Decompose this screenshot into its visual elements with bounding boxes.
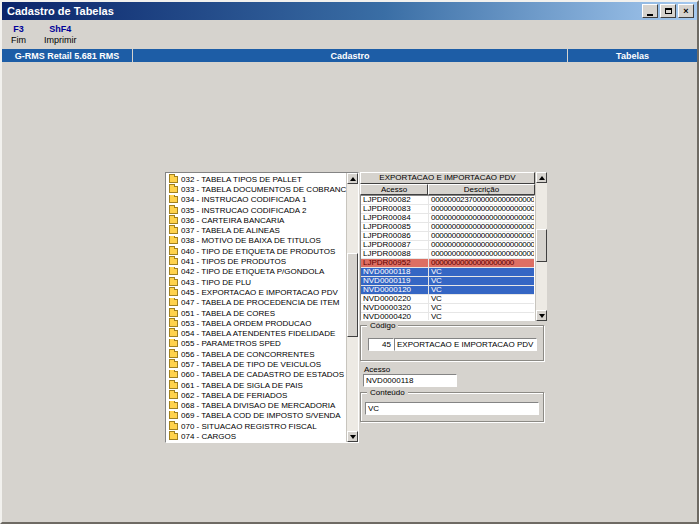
- maximize-button[interactable]: [660, 4, 676, 18]
- minimize-icon: [647, 14, 653, 16]
- grid-title: EXPORTACAO E IMPORTACAO PDV: [360, 172, 535, 184]
- grid-row[interactable]: LJPDR00083000000000000000000000000000000…: [361, 205, 534, 214]
- tree-item[interactable]: 057 - TABELA DE TIPO DE VEICULOS: [166, 359, 346, 369]
- grid-scroll-down-button[interactable]: [536, 310, 547, 321]
- grid-cell-acesso: NVD0000420: [361, 313, 429, 321]
- scroll-down-icon: [539, 314, 545, 318]
- acesso-field[interactable]: NVD0000118: [363, 374, 457, 387]
- grid-scroll-up-button[interactable]: [536, 172, 547, 183]
- grid-header-acesso[interactable]: Acesso: [360, 184, 428, 195]
- grid-row[interactable]: NVD0000420VC: [361, 313, 534, 321]
- grid-cell-acesso: LJPDR00082: [361, 196, 429, 204]
- folder-icon: [169, 320, 178, 327]
- tree-item[interactable]: 074 - CARGOS: [166, 431, 346, 441]
- tree-item-label: 041 - TIPOS DE PRODUTOS: [181, 257, 286, 266]
- tree-item-label: 043 - TIPO DE PLU: [181, 278, 251, 287]
- tree-item-label: 070 - SITUACAO REGISTRO FISCAL: [181, 422, 317, 431]
- grid-cell-acesso: NVD0000119: [361, 277, 429, 285]
- grid-row[interactable]: NVD0000320VC: [361, 304, 534, 313]
- grid-cell-acesso: LJPDR00952: [361, 259, 429, 267]
- tree-item[interactable]: 033 - TABELA DOCUMENTOS DE COBRANCA: [166, 184, 346, 194]
- tree-scroll-track[interactable]: [347, 184, 358, 431]
- tree-item[interactable]: 042 - TIPO DE ETIQUETA P/GONDOLA: [166, 267, 346, 277]
- tree-item-label: 060 - TABELA DE CADASTRO DE ESTADOS: [181, 370, 344, 379]
- codigo-description-field[interactable]: EXPORTACAO E IMPORTACAO PDV: [394, 338, 537, 351]
- grid-row[interactable]: LJPDR00084000000000000000000000000000000…: [361, 214, 534, 223]
- grid-row[interactable]: LJPDR00086000000000000000000000000000000…: [361, 232, 534, 241]
- tree-item[interactable]: 054 - TABELA ATENDENTES FIDELIDADE: [166, 328, 346, 338]
- grid-cell-descricao: VC: [429, 295, 534, 303]
- tree-scroll-down-button[interactable]: [347, 431, 358, 442]
- tree-item[interactable]: 069 - TABELA COD DE IMPOSTO S/VENDA: [166, 411, 346, 421]
- tree-item-label: 040 - TIPO DE ETIQUETA DE PRODUTOS: [181, 247, 335, 256]
- tree-item[interactable]: 055 - PARAMETROS SPED: [166, 339, 346, 349]
- tree-item[interactable]: 043 - TIPO DE PLU: [166, 277, 346, 287]
- folder-icon: [169, 268, 178, 275]
- grid-cell-acesso: LJPDR00083: [361, 205, 429, 213]
- conteudo-group: Conteúdo VC: [360, 392, 544, 422]
- grid-cell-descricao: 00000000000000000000: [429, 259, 534, 267]
- title-bar[interactable]: Cadastro de Tabelas ×: [2, 2, 697, 20]
- tree-item[interactable]: 056 - TABELA DE CONCORRENTES: [166, 349, 346, 359]
- tree-item[interactable]: 051 - TABELA DE CORES: [166, 308, 346, 318]
- grid-row[interactable]: LJPDR00088000000000000000000000000000000…: [361, 250, 534, 259]
- tree-item-label: 035 - INSTRUCAO CODIFICADA 2: [181, 206, 306, 215]
- table-tree-list: 032 - TABELA TIPOS DE PALLET033 - TABELA…: [166, 173, 346, 442]
- folder-icon: [169, 227, 178, 234]
- header-app-version: G-RMS Retail 5.681 RMS: [2, 49, 132, 62]
- tree-item[interactable]: 047 - TABELA DE PROCEDENCIA DE ITEM: [166, 298, 346, 308]
- grid-row[interactable]: NVD0000119VC: [361, 277, 534, 286]
- minimize-button[interactable]: [642, 4, 658, 18]
- grid-row[interactable]: LJPDR00082000000023700000000000000000000…: [361, 196, 534, 205]
- grid-scrollbar[interactable]: [535, 172, 547, 321]
- grid-scroll-track[interactable]: [536, 183, 547, 310]
- tree-item[interactable]: 045 - EXPORTACAO E IMPORTACAO PDV: [166, 287, 346, 297]
- tree-item[interactable]: 038 - MOTIVO DE BAIXA DE TITULOS: [166, 236, 346, 246]
- grid-scroll-thumb[interactable]: [536, 229, 547, 262]
- tree-item[interactable]: 070 - SITUACAO REGISTRO FISCAL: [166, 421, 346, 431]
- grid-row[interactable]: LJPDR0095200000000000000000000: [361, 259, 534, 268]
- header-section: Tabelas: [568, 49, 697, 62]
- grid-row[interactable]: LJPDR00085000000000000000000000000000000…: [361, 223, 534, 232]
- tree-item[interactable]: 053 - TABELA ORDEM PRODUCAO: [166, 318, 346, 328]
- grid-main: EXPORTACAO E IMPORTACAO PDV Acesso Descr…: [360, 172, 535, 321]
- tree-item[interactable]: 061 - TABELA DE SIGLA DE PAIS: [166, 380, 346, 390]
- tree-item[interactable]: 040 - TIPO DE ETIQUETA DE PRODUTOS: [166, 246, 346, 256]
- tree-item-label: 032 - TABELA TIPOS DE PALLET: [181, 175, 302, 184]
- fim-button[interactable]: F3 Fim: [8, 23, 29, 46]
- tree-item[interactable]: 041 - TIPOS DE PRODUTOS: [166, 256, 346, 266]
- folder-icon: [169, 351, 178, 358]
- grid-cell-descricao: VC: [429, 268, 534, 276]
- folder-icon: [169, 340, 178, 347]
- tree-item[interactable]: 036 - CARTEIRA BANCARIA: [166, 215, 346, 225]
- grid-row[interactable]: NVD0000118VC: [361, 268, 534, 277]
- grid-cell-acesso: LJPDR00085: [361, 223, 429, 231]
- tree-scrollbar[interactable]: [346, 173, 358, 442]
- tree-item-label: 036 - CARTEIRA BANCARIA: [181, 216, 284, 225]
- grid-row[interactable]: NVD0000120VC: [361, 286, 534, 295]
- grid-row[interactable]: NVD0000220VC: [361, 295, 534, 304]
- grid-cell-acesso: NVD0000220: [361, 295, 429, 303]
- folder-icon: [169, 196, 178, 203]
- tree-scroll-thumb[interactable]: [347, 253, 358, 337]
- conteudo-field[interactable]: VC: [365, 402, 539, 415]
- tree-item[interactable]: 060 - TABELA DE CADASTRO DE ESTADOS: [166, 370, 346, 380]
- folder-icon: [169, 330, 178, 337]
- imprimir-button[interactable]: ShF4 Imprimir: [41, 23, 80, 46]
- tree-item[interactable]: 032 - TABELA TIPOS DE PALLET: [166, 174, 346, 184]
- grid-header-descricao[interactable]: Descrição: [428, 184, 535, 195]
- grid-cell-descricao: 00000000000000000000000000000000: [429, 223, 534, 231]
- close-button[interactable]: ×: [678, 4, 694, 18]
- tree-scroll-up-button[interactable]: [347, 173, 358, 184]
- tree-item[interactable]: 062 - TABELA DE FERIADOS: [166, 390, 346, 400]
- tree-item[interactable]: 035 - INSTRUCAO CODIFICADA 2: [166, 205, 346, 215]
- scroll-down-icon: [350, 435, 356, 439]
- tree-item[interactable]: 068 - TABELA DIVISAO DE MERCADORIA: [166, 401, 346, 411]
- tree-item-label: 051 - TABELA DE CORES: [181, 309, 275, 318]
- folder-icon: [169, 371, 178, 378]
- tree-item[interactable]: 037 - TABELA DE ALINEAS: [166, 225, 346, 235]
- tree-item[interactable]: 034 - INSTRUCAO CODIFICADA 1: [166, 195, 346, 205]
- codigo-value-field[interactable]: 45: [368, 338, 394, 351]
- tree-item-label: 054 - TABELA ATENDENTES FIDELIDADE: [181, 329, 335, 338]
- grid-row[interactable]: LJPDR00087000000000000000000000000000000…: [361, 241, 534, 250]
